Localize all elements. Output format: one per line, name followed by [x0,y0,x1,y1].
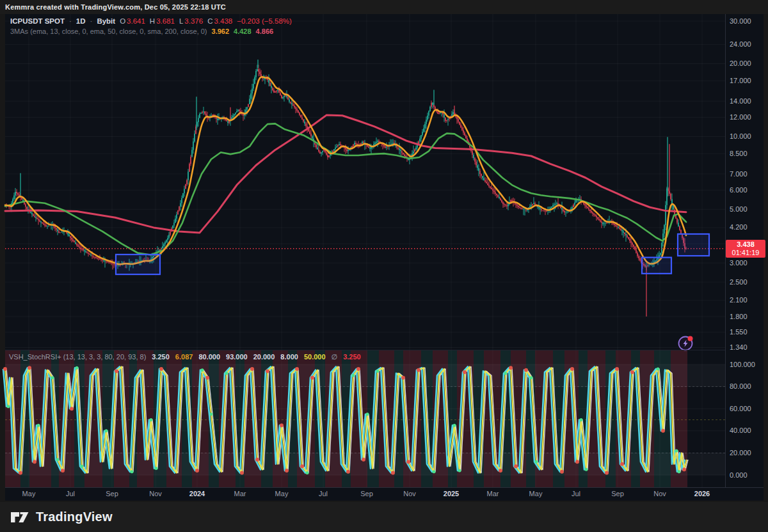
signal-dot-green [453,424,456,427]
indicator-value: 80.000 [198,353,220,361]
signal-dot-red [499,469,502,473]
signal-dot-green [7,405,10,408]
price-tick-label: 30.000 [730,17,751,25]
indicator-legend[interactable]: VSH_StochRSI+ (13, 13, 3, 3, 80, 20, 93,… [9,353,361,361]
price-tick-label: 24.000 [730,40,751,48]
price-tick-label: 5.000 [730,205,748,213]
signal-dot-red [605,471,609,475]
time-tick-label: Sep [106,490,118,497]
time-tick-label: Jul [572,490,580,497]
signal-dot-red [115,369,118,373]
price-tick-label: 1.550 [730,328,748,336]
indicator-value: ∅ [332,353,338,361]
indicator-tick-label: 80.000 [730,382,751,390]
flash-replay-icon[interactable] [679,336,693,350]
time-tick-label: May [529,490,543,497]
signal-dot-red [240,471,244,475]
signal-dot-red [401,376,405,380]
time-tick-label: Mar [487,490,499,497]
signal-dot-red [159,367,163,371]
indicator-value: 3.250 [343,353,361,361]
price-tick-label: 17.000 [730,77,751,84]
time-tick-label: Nov [149,490,162,497]
time-tick-label: Mar [234,490,246,497]
chart-canvas[interactable] [0,0,768,532]
tradingview-screenshot: Kemmra created with TradingView.com, Dec… [0,0,768,532]
support-zone-box[interactable] [116,254,160,274]
time-tick-label: May [275,490,289,497]
indicator-tick-label: 40.000 [730,426,751,434]
signal-dot-red [310,376,314,380]
signal-dot-red [195,469,199,473]
signal-dot-red [575,460,579,464]
signal-dot-red [61,469,65,473]
signal-dot-red [682,467,686,471]
ma-legend-title: 3MAs (ema, 13, close, 0, ema, 50, close,… [10,27,207,35]
ohlc-open: O3.641 [120,17,145,25]
indicator-value: 8.000 [280,353,298,361]
signal-dot-red [346,470,350,474]
signal-dot-green [210,412,213,416]
signal-dot-green [37,424,40,427]
signal-dot-red [406,460,410,464]
indicator-value: 50.000 [304,353,326,361]
price-tick-label: 2.100 [730,296,748,304]
tradingview-logo-icon[interactable] [10,508,29,526]
signal-dot-red [615,367,619,371]
signal-dot-red [362,458,365,462]
signal-dot-green [81,465,84,468]
indicator-tick-label: 100.000 [730,361,755,368]
ma-legend[interactable]: 3MAs (ema, 13, close, 0, ema, 50, close,… [10,27,273,35]
ohlc-low: L3.376 [179,17,203,25]
indicator-value: 20.000 [253,353,275,361]
indicator-value: 6.087 [175,353,193,361]
time-tick-label: Jul [66,490,75,497]
price-tick-label: 2.500 [730,278,748,286]
time-tick-label: Nov [403,490,416,497]
ema13-value: 3.962 [212,27,230,35]
indicator-value: 93.000 [226,353,248,361]
signal-dot-red [266,369,269,373]
price-tick-label: 4.200 [730,223,748,231]
signal-dot-green [376,370,380,373]
signal-dot-red [285,469,289,473]
ema50-line [5,123,686,254]
signal-dot-green [51,376,54,379]
signal-dot-green [585,468,588,471]
signal-dot-red [3,367,7,371]
signal-dot-green [504,372,508,375]
signal-dot-red [417,368,420,372]
support-zone-box[interactable] [642,258,671,274]
time-tick-label: Jul [319,490,328,497]
signal-dot-red [570,367,574,371]
tradingview-brand-text[interactable]: TradingView [36,510,113,524]
signal-dot-red [300,464,304,468]
symbol-legend[interactable]: ICPUSDT SPOT · 1D · Bybit O3.641 H3.681 … [10,17,292,25]
last-price-value: 3.438 [726,240,765,249]
symbol-exchange: Bybit [97,17,115,25]
signal-dot-red [205,376,209,380]
ema50-value: 4.428 [234,27,252,35]
indicator-values: 3.2506.08780.00093.00020.0008.00050.000∅… [152,353,360,361]
signal-dot-red [295,367,299,371]
signal-dot-red [514,464,518,468]
signal-dot-green [225,372,228,375]
signal-dot-green [131,470,134,473]
symbol-interval: 1D [76,17,86,25]
signal-dot-green [56,458,60,461]
indicator-title: VSH_StochRSI+ (13, 13, 3, 3, 80, 20, 93,… [9,353,146,361]
support-zone-box[interactable] [678,234,709,256]
time-tick-label: 2025 [444,490,459,497]
time-tick-label: 2024 [189,490,205,497]
signal-dot-green [201,368,204,372]
indicator-value: 3.250 [152,353,170,361]
separator: · [90,17,93,25]
time-tick-label: Sep [360,490,373,497]
ohlc-high: H3.681 [150,17,175,25]
signal-dot-green [675,449,678,452]
signal-dot-green [150,418,153,421]
signal-dot-red [33,460,36,464]
price-tick-label: 12.000 [730,113,751,121]
separator: · [69,17,72,25]
last-price-label: 3.438 01:41:19 [726,240,765,258]
